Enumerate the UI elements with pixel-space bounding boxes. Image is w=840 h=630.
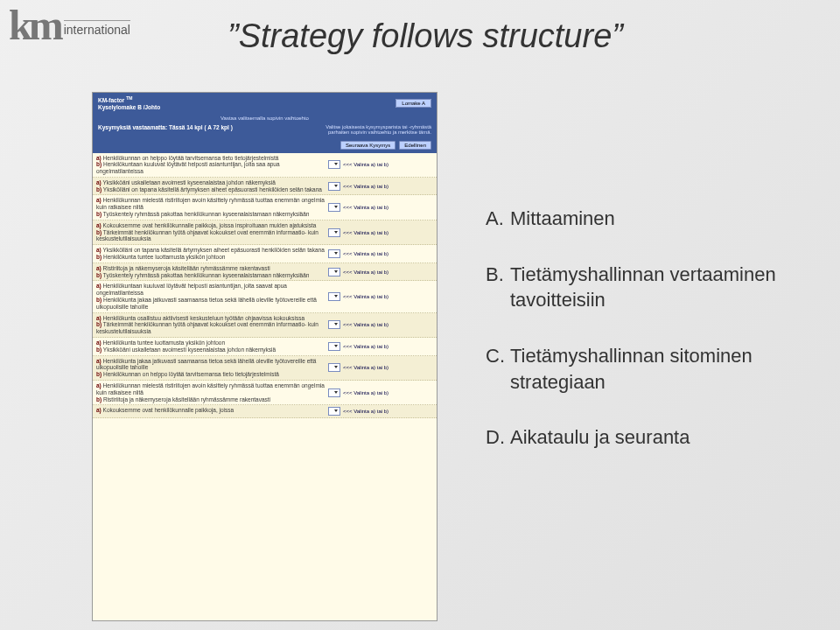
question-text: a) Yksikköäni uskalletaan avoimesti kyse… (96, 179, 328, 193)
question-text: a) Henkilökunta tuntee luottamusta yksik… (96, 340, 328, 354)
question-row: a) Henkilökunta tuntee luottamusta yksik… (93, 338, 437, 356)
choice-hint: <<< Valinta a) tai b) (343, 251, 388, 256)
choice-dropdown[interactable] (328, 160, 340, 169)
question-counter: Kysymyksiä vastaamatta: Tässä 14 kpl ( A… (98, 124, 233, 130)
question-row: a) Henkilökunta osallistuu aktiivisesti … (93, 313, 437, 338)
question-row: a) Ristiriitoja ja näkemyseroja käsitell… (93, 263, 437, 282)
form-subheader: Kysymyksiä vastaamatta: Tässä 14 kpl ( A… (93, 122, 437, 139)
choice-hint: <<< Valinta a) tai b) (343, 365, 388, 370)
question-text: a) Kokouksemme ovat henkilökunnalle paik… (96, 407, 328, 416)
form-screenshot: KM-factor TM Kyselylomake B /Johto Lomak… (92, 92, 438, 621)
bullet-text: Mittaaminen (510, 206, 809, 232)
answer-control: <<< Valinta a) tai b) (328, 382, 433, 402)
choice-hint: <<< Valinta a) tai b) (343, 409, 388, 414)
answer-control: <<< Valinta a) tai b) (328, 340, 433, 354)
question-row: a) Henkilökunnan mielestä ristiriitojen … (93, 195, 437, 220)
bullet-letter: B. (486, 262, 510, 313)
question-row: a) Henkilökuntaan kuuluvat löytävät help… (93, 281, 437, 312)
product-name: KM-factor (98, 97, 124, 103)
choice-hint: <<< Valinta a) tai b) (343, 162, 388, 167)
next-question-button[interactable]: Seuraava Kysymys (340, 141, 396, 150)
question-text: a) Henkilökuntaan kuuluvat löytävät help… (96, 283, 328, 310)
answer-control: <<< Valinta a) tai b) (328, 247, 433, 261)
choice-dropdown[interactable] (328, 407, 340, 416)
question-row: a) Henkilökunnan mielestä ristiriitojen … (93, 381, 437, 405)
answer-control: <<< Valinta a) tai b) (328, 155, 433, 175)
page-title: ”Strategy follows structure” (228, 18, 623, 55)
bullet-text: Aikataulu ja seuranta (510, 424, 809, 451)
answer-control: <<< Valinta a) tai b) (328, 179, 433, 193)
answer-control: <<< Valinta a) tai b) (328, 265, 433, 279)
choice-dropdown[interactable] (328, 228, 340, 237)
bullet-item: C.Tietämyshallinnan sitominen strategiaa… (486, 343, 809, 395)
question-text: a) Ristiriitoja ja näkemyseroja käsitell… (96, 265, 328, 279)
form-header: KM-factor TM Kyselylomake B /Johto Lomak… (93, 93, 437, 114)
question-text: a) Henkilökunnan on helppo löytää tarvit… (96, 155, 328, 175)
answer-control: <<< Valinta a) tai b) (328, 358, 433, 378)
question-text: a) Henkilökunta jakaa jatkuvasti saamaan… (96, 358, 328, 378)
bullet-letter: A. (486, 206, 510, 232)
logo-km-text: km (9, 9, 60, 42)
choice-hint: <<< Valinta a) tai b) (343, 270, 388, 275)
bullet-item: B.Tietämyshallinnan vertaaminen tavoitte… (486, 262, 809, 313)
choice-dropdown[interactable] (328, 342, 340, 351)
tm-mark: TM (126, 95, 132, 101)
bullet-letter: C. (486, 343, 510, 395)
choice-hint: <<< Valinta a) tai b) (343, 205, 388, 210)
bullet-list: A.MittaaminenB.Tietämyshallinnan vertaam… (486, 206, 809, 480)
choice-hint: <<< Valinta a) tai b) (343, 390, 388, 396)
bullet-item: A.Mittaaminen (486, 206, 809, 232)
question-text: a) Henkilökunnan mielestä ristiriitojen … (96, 197, 328, 217)
choice-dropdown[interactable] (328, 320, 340, 329)
choice-hint: <<< Valinta a) tai b) (343, 184, 388, 189)
logo-intl-text: international (64, 20, 130, 37)
form-header-title: KM-factor TM Kyselylomake B /Johto (98, 95, 160, 111)
choice-dropdown[interactable] (328, 182, 340, 191)
question-text: a) Henkilökunta osallistuu aktiivisesti … (96, 315, 328, 335)
question-text: a) Kokouksemme ovat henkilökunnalle paik… (96, 222, 328, 242)
question-row: a) Yksikkölläni on tapana käsitellä ärty… (93, 245, 437, 263)
form-header-right: Lomake A (396, 100, 431, 106)
form-instruction-bar: Vastaa valitsemalla sopivin vaihtoehto (93, 114, 437, 122)
question-row: a) Kokouksemme ovat henkilökunnalle paik… (93, 220, 437, 245)
form-name: Kyselylomake B /Johto (98, 104, 160, 110)
choice-dropdown[interactable] (328, 292, 340, 301)
form-body: a) Henkilökunnan on helppo löytää tarvit… (93, 153, 437, 419)
question-text: a) Yksikkölläni on tapana käsitellä ärty… (96, 247, 328, 261)
brand-logo: km international (9, 9, 130, 42)
lomake-a-button[interactable]: Lomake A (396, 99, 431, 108)
choice-dropdown[interactable] (328, 388, 340, 397)
bullet-letter: D. (486, 424, 510, 451)
question-row: a) Kokouksemme ovat henkilökunnalle paik… (93, 405, 437, 418)
question-row: a) Henkilökunnan on helppo löytää tarvit… (93, 153, 437, 178)
form-instruction-detail: Valitse jokaisesta kysymysparista tai -r… (309, 124, 431, 136)
choice-dropdown[interactable] (328, 249, 340, 258)
answer-control: <<< Valinta a) tai b) (328, 222, 433, 242)
question-row: a) Yksikköäni uskalletaan avoimesti kyse… (93, 178, 437, 196)
prev-question-button[interactable]: Edellinen (399, 141, 431, 150)
choice-hint: <<< Valinta a) tai b) (343, 344, 388, 349)
form-nav-buttons: Seuraava Kysymys Edellinen (93, 139, 437, 153)
bullet-text: Tietämyshallinnan vertaaminen tavoitteis… (510, 262, 809, 313)
choice-hint: <<< Valinta a) tai b) (343, 230, 388, 235)
answer-control: <<< Valinta a) tai b) (328, 283, 433, 310)
choice-dropdown[interactable] (328, 268, 340, 276)
question-row: a) Henkilökunta jakaa jatkuvasti saamaan… (93, 356, 437, 381)
choice-dropdown[interactable] (328, 363, 340, 372)
answer-control: <<< Valinta a) tai b) (328, 315, 433, 335)
bullet-item: D.Aikataulu ja seuranta (486, 424, 809, 451)
question-text: a) Henkilökunnan mielestä ristiriitojen … (96, 382, 328, 402)
answer-control: <<< Valinta a) tai b) (328, 407, 433, 416)
choice-hint: <<< Valinta a) tai b) (343, 294, 388, 299)
choice-dropdown[interactable] (328, 203, 340, 212)
bullet-text: Tietämyshallinnan sitominen strategiaan (510, 343, 809, 395)
answer-control: <<< Valinta a) tai b) (328, 197, 433, 217)
choice-hint: <<< Valinta a) tai b) (343, 322, 388, 327)
